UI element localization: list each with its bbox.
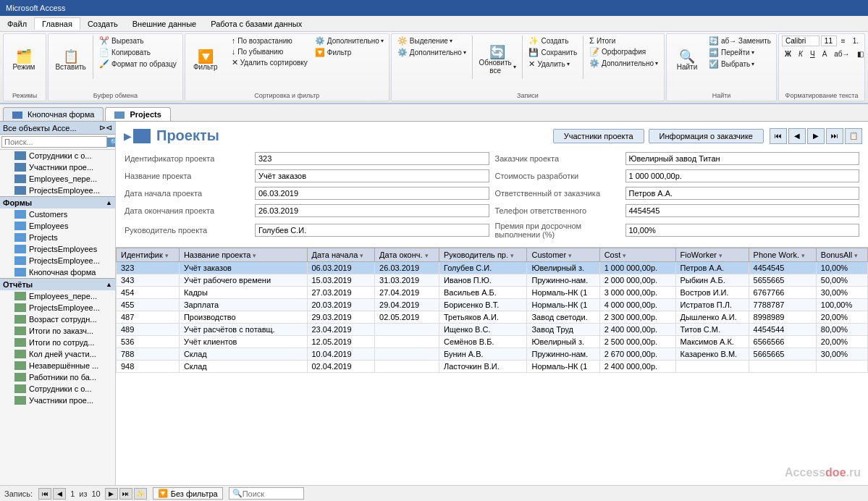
- nav-item-totals-cust[interactable]: Итоги по заказч...: [0, 325, 115, 337]
- table-row[interactable]: 948Склад02.04.2019Ласточкин В.И.Нормаль-…: [117, 361, 868, 373]
- search-input[interactable]: [243, 489, 300, 498]
- nav-item-incomplete[interactable]: Незавершённые ...: [0, 360, 115, 371]
- list-number-btn[interactable]: 1.: [850, 35, 861, 46]
- nav-section-forms[interactable]: Формы ▲: [0, 196, 115, 209]
- ribbon-btn-filter[interactable]: 🔽 Фильтр: [188, 35, 223, 85]
- table-row[interactable]: 343Учёт рабочего времени15.03.201931.03.…: [117, 274, 868, 287]
- ribbon-btn-more[interactable]: ⚙️ Дополнительно: [586, 58, 661, 69]
- form-nav-new[interactable]: 📋: [845, 128, 862, 144]
- field-cost-value[interactable]: [625, 169, 860, 182]
- filter-btn[interactable]: 🔽 Без фильтра: [153, 487, 223, 500]
- field-manager-value[interactable]: [255, 224, 489, 237]
- italic-btn[interactable]: К: [796, 49, 806, 59]
- ribbon-btn-paste[interactable]: 📋 Вставить: [51, 35, 90, 85]
- menu-home[interactable]: Главная: [34, 17, 80, 30]
- ribbon-btn-selection[interactable]: 🔆 Выделение: [395, 35, 469, 46]
- form-nav-next[interactable]: ▶: [807, 128, 825, 144]
- ribbon-btn-advanced[interactable]: ⚙️ Дополнительно: [312, 35, 387, 46]
- menu-db[interactable]: Работа с базами данных: [203, 18, 309, 30]
- status-nav-last[interactable]: ⏭: [119, 488, 132, 500]
- nav-item-uchastniki[interactable]: Участники прое...: [0, 161, 115, 173]
- nav-search-button[interactable]: 🔍: [107, 138, 116, 147]
- status-nav-first[interactable]: ⏮: [38, 488, 51, 500]
- nav-item-sotr[interactable]: Сотрудники с о...: [0, 150, 115, 161]
- table-row[interactable]: 454Кадры27.03.201927.04.2019Васильев А.Б…: [117, 287, 868, 299]
- nav-item-workers[interactable]: Работники по ба...: [0, 371, 115, 383]
- table-row[interactable]: 455Зарплата20.03.201929.04.2019Борисенко…: [117, 299, 868, 311]
- col-header-bonus[interactable]: BonusAll ▾: [816, 248, 867, 262]
- ribbon-btn-sort-asc[interactable]: ↑ По возрастанию: [229, 35, 311, 46]
- nav-item-employees[interactable]: Employees: [0, 220, 115, 232]
- nav-item-projects-emp[interactable]: ProjectsEmployee...: [0, 185, 115, 196]
- col-header-id[interactable]: Идентифик ▾: [117, 248, 180, 262]
- field-responsible-value[interactable]: [625, 187, 860, 200]
- nav-section-reports[interactable]: Отчёты ▲: [0, 278, 115, 290]
- col-header-fio[interactable]: FioWorker ▾: [675, 248, 749, 262]
- ribbon-btn-select[interactable]: ☑️ Выбрать: [706, 59, 774, 70]
- field-customer-value[interactable]: [625, 152, 860, 165]
- underline-btn[interactable]: Ч: [807, 49, 818, 59]
- form-nav-prev[interactable]: ◀: [788, 128, 806, 144]
- field-phone-value[interactable]: [625, 204, 860, 217]
- col-header-manager[interactable]: Руководитель пр. ▾: [439, 248, 527, 262]
- nav-item-totals-emp[interactable]: Итоги по сотруд...: [0, 337, 115, 348]
- nav-item-age-r[interactable]: Возраст сотрудн...: [0, 313, 115, 325]
- nav-item-projempl[interactable]: ProjectsEmployees: [0, 243, 115, 255]
- nav-item-customers[interactable]: Customers: [0, 209, 115, 220]
- ribbon-btn-totals[interactable]: Σ Итоги: [586, 35, 661, 46]
- col-header-customer[interactable]: Customer ▾: [527, 248, 599, 262]
- ribbon-btn-refresh[interactable]: 🔄 Обновитьвсе: [476, 35, 520, 85]
- form-nav-last[interactable]: ⏭: [826, 128, 843, 144]
- field-end-date-value[interactable]: [255, 204, 489, 217]
- ribbon-btn-goto[interactable]: ➡️ Перейти: [706, 47, 774, 58]
- align-left-btn[interactable]: ◧: [854, 49, 867, 59]
- nav-item-projempl2[interactable]: ProjectsEmployee...: [0, 255, 115, 266]
- ribbon-btn-replace[interactable]: 🔄 аб→ Заменить: [706, 35, 774, 46]
- table-row[interactable]: 323Учёт заказов06.03.201926.03.2019Голуб…: [117, 262, 868, 274]
- form-left-arrow[interactable]: ▶: [122, 130, 133, 142]
- font-selector[interactable]: Calibri: [782, 35, 819, 46]
- table-row[interactable]: 487Производство29.03.201902.05.2019Треть…: [117, 311, 868, 324]
- nav-item-days[interactable]: Кол дней участи...: [0, 348, 115, 360]
- nav-search-input[interactable]: [1, 136, 107, 148]
- field-start-date-value[interactable]: [255, 187, 489, 200]
- col-header-cost[interactable]: Cost ▾: [599, 248, 675, 262]
- col-header-name[interactable]: Название проекта ▾: [179, 248, 307, 262]
- col-header-phone[interactable]: Phone Work. ▾: [749, 248, 816, 262]
- list-style-btn[interactable]: ≡: [838, 35, 848, 46]
- tab-button-form[interactable]: Кнопочная форма: [3, 107, 104, 121]
- menu-external[interactable]: Внешние данные: [125, 18, 203, 30]
- col-header-end[interactable]: Дата оконч. ▾: [375, 248, 439, 262]
- col-header-start[interactable]: Дата начала ▾: [307, 248, 375, 262]
- ribbon-btn-copy[interactable]: 📄 Копировать: [96, 47, 180, 58]
- table-row[interactable]: 788Склад10.04.2019Бунин А.В.Пружинно-нам…: [117, 348, 868, 361]
- highlight-color-btn[interactable]: аб→: [831, 49, 852, 59]
- ribbon-btn-cut[interactable]: ✂️ Вырезать: [96, 35, 180, 46]
- field-bonus-value[interactable]: [625, 224, 860, 237]
- nav-item-emp-per-r[interactable]: Employees_пере...: [0, 290, 115, 302]
- ribbon-btn-additional[interactable]: ⚙️ Дополнительно: [395, 47, 469, 58]
- participants-btn[interactable]: Участники проекта: [553, 129, 644, 143]
- field-project-id-value[interactable]: [255, 152, 489, 165]
- nav-item-employees-per[interactable]: Employees_пере...: [0, 173, 115, 185]
- ribbon-btn-sort-desc[interactable]: ↓ По убыванию: [229, 46, 311, 56]
- ribbon-btn-spell[interactable]: 📝 Орфография: [586, 46, 661, 57]
- nav-item-uchastniki-r[interactable]: Участники прое...: [0, 395, 115, 406]
- ribbon-btn-create-record[interactable]: ✨ Создать: [526, 35, 580, 46]
- bold-btn[interactable]: Ж: [782, 49, 794, 59]
- menu-create[interactable]: Создать: [80, 18, 125, 30]
- ribbon-btn-filter2[interactable]: 🔽 Фильтр: [312, 47, 387, 58]
- ribbon-btn-delete-record[interactable]: ✕ Удалить: [526, 59, 580, 70]
- table-row[interactable]: 489Учёт расчётов с потавщ.23.04.2019Ищен…: [117, 324, 868, 336]
- status-nav-prev[interactable]: ◀: [53, 488, 66, 500]
- form-nav-first[interactable]: ⏮: [770, 128, 787, 144]
- nav-item-sotr-r[interactable]: Сотрудники с о...: [0, 383, 115, 395]
- font-color-btn[interactable]: A: [819, 49, 830, 59]
- nav-item-knopform[interactable]: Кнопочная форма: [0, 266, 115, 278]
- nav-item-projempl-r[interactable]: ProjectsEmployee...: [0, 302, 115, 313]
- font-size-selector[interactable]: 11: [821, 35, 837, 46]
- ribbon-btn-find[interactable]: 🔍 Найти: [670, 35, 704, 85]
- tab-projects[interactable]: Projects: [105, 107, 170, 121]
- ribbon-btn-save-record[interactable]: 💾 Сохранить: [526, 47, 580, 58]
- ribbon-btn-remove-sort[interactable]: ✕ Удалить сортировку: [229, 57, 311, 68]
